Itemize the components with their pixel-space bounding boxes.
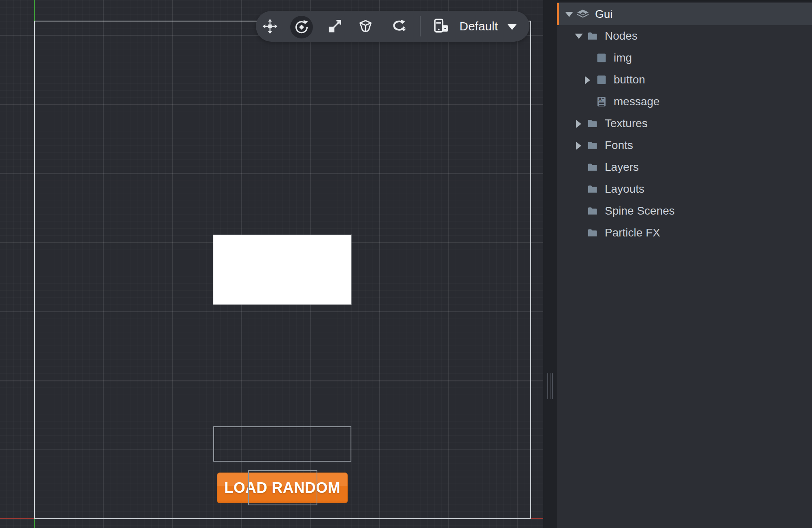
folder-icon (586, 30, 599, 42)
caret-down-icon[interactable] (575, 32, 582, 40)
tree-item-label: Layers (605, 161, 639, 174)
x-axis-line (531, 518, 543, 519)
rotation-cycle-tool-button[interactable] (390, 17, 408, 35)
tree-item-img[interactable]: img (557, 47, 812, 69)
box-node-icon (595, 52, 608, 64)
tree-item-nodes[interactable]: Nodes (557, 25, 812, 47)
tree-item-layouts[interactable]: Layouts (557, 178, 812, 200)
scene-canvas[interactable]: LOAD RANDOM (0, 0, 543, 528)
caret-down-icon[interactable] (565, 11, 572, 18)
tree-item-label: Particle FX (605, 226, 660, 239)
img-node[interactable] (213, 235, 351, 304)
caret-spacer (575, 164, 582, 171)
tree-item-label: Fonts (605, 139, 633, 152)
caret-spacer (575, 185, 582, 193)
caret-spacer (575, 229, 582, 236)
frustum-icon (357, 18, 374, 34)
tree-item-message[interactable]: Amessage (557, 91, 812, 113)
box-node-icon (595, 74, 608, 85)
caret-right-icon[interactable] (575, 142, 582, 149)
tree-item-label: Spine Scenes (605, 204, 675, 217)
move-icon (262, 18, 278, 34)
chevron-down-icon (508, 24, 517, 30)
tree-item-spine-scenes[interactable]: Spine Scenes (557, 200, 812, 222)
tree-item-label: Gui (595, 8, 613, 21)
folder-icon (586, 162, 599, 173)
folder-icon (586, 227, 599, 238)
caret-spacer (575, 207, 582, 215)
tree-item-layers[interactable]: Layers (557, 156, 812, 178)
caret-right-icon[interactable] (575, 120, 582, 127)
tree-item-label: message (614, 95, 660, 108)
rotate-tool-button[interactable] (290, 16, 313, 38)
svg-text:A: A (599, 97, 602, 102)
tree-item-label: Textures (605, 117, 648, 130)
scene-toolbar: Default (256, 11, 529, 42)
outline-tree: GuiNodesimgbuttonAmessageTexturesFontsLa… (557, 3, 812, 244)
gui-scene-icon (576, 9, 589, 20)
tree-item-textures[interactable]: Textures (557, 113, 812, 134)
folder-icon (586, 118, 599, 129)
scale-tool-button[interactable] (326, 17, 344, 35)
folder-icon (586, 183, 599, 195)
tree-item-particle-fx[interactable]: Particle FX (557, 222, 812, 244)
tree-item-button[interactable]: button (557, 69, 812, 91)
folder-icon (586, 140, 599, 151)
frustum-tool-button[interactable] (357, 17, 374, 35)
tree-item-label: img (614, 51, 632, 64)
x-axis-line (0, 518, 34, 519)
device-icon (432, 17, 450, 35)
caret-spacer (584, 54, 591, 62)
tree-item-fonts[interactable]: Fonts (557, 134, 812, 156)
panel-splitter (543, 0, 557, 528)
folder-icon (586, 205, 599, 217)
splitter-grip[interactable] (547, 373, 553, 399)
caret-spacer (584, 98, 591, 105)
gui-scene-editor: LOAD RANDOM (0, 0, 812, 528)
caret-right-icon[interactable] (584, 76, 591, 83)
scale-icon (327, 18, 343, 34)
y-axis-line (34, 0, 35, 21)
tree-item-label: Nodes (605, 30, 638, 43)
toolbar-separator (420, 16, 421, 36)
y-axis-line (34, 519, 35, 528)
button-text-node-outline[interactable] (248, 470, 317, 505)
text-node-icon: A (595, 96, 608, 107)
rotate-icon (293, 19, 310, 35)
layout-selector-value: Default (459, 19, 498, 33)
tree-item-gui[interactable]: Gui (557, 3, 812, 25)
tree-item-label: Layouts (605, 183, 644, 196)
outline-panel: GuiNodesimgbuttonAmessageTexturesFontsLa… (557, 0, 812, 528)
layout-selector-dropdown[interactable]: Default (429, 11, 529, 42)
message-text-node-outline[interactable] (213, 426, 351, 462)
tree-item-label: button (614, 73, 645, 86)
move-tool-button[interactable] (261, 17, 279, 35)
rotation-cycle-icon (391, 18, 407, 34)
